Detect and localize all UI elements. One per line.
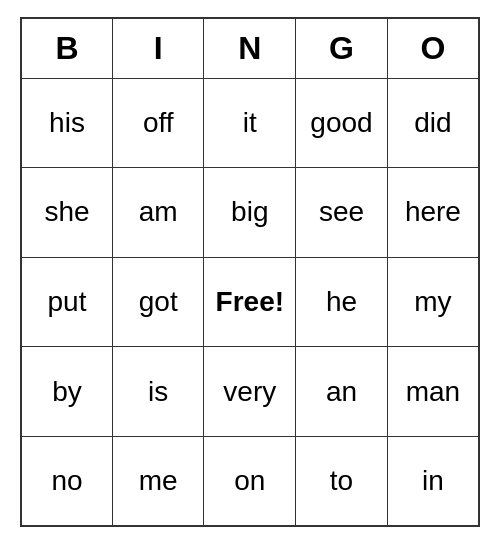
cell-r4-c2: on — [204, 436, 296, 526]
cell-r1-c4: here — [387, 168, 479, 258]
table-row: putgotFree!hemy — [21, 257, 479, 347]
cell-r3-c1: is — [113, 347, 204, 437]
header-cell-g: G — [296, 18, 388, 78]
cell-r0-c4: did — [387, 78, 479, 168]
cell-r1-c0: she — [21, 168, 113, 258]
cell-r4-c0: no — [21, 436, 113, 526]
cell-r1-c3: see — [296, 168, 388, 258]
table-row: nomeontoin — [21, 436, 479, 526]
cell-r2-c3: he — [296, 257, 388, 347]
header-cell-o: O — [387, 18, 479, 78]
cell-r0-c3: good — [296, 78, 388, 168]
cell-r3-c3: an — [296, 347, 388, 437]
cell-r3-c0: by — [21, 347, 113, 437]
cell-r0-c2: it — [204, 78, 296, 168]
cell-r1-c2: big — [204, 168, 296, 258]
cell-r4-c3: to — [296, 436, 388, 526]
cell-r2-c0: put — [21, 257, 113, 347]
bingo-card: BINGO hisoffitgooddidsheambigseehereputg… — [20, 17, 480, 527]
header-cell-b: B — [21, 18, 113, 78]
cell-r3-c2: very — [204, 347, 296, 437]
table-row: sheambigseehere — [21, 168, 479, 258]
cell-r0-c1: off — [113, 78, 204, 168]
cell-r4-c4: in — [387, 436, 479, 526]
header-row: BINGO — [21, 18, 479, 78]
table-row: byisveryanman — [21, 347, 479, 437]
cell-r0-c0: his — [21, 78, 113, 168]
header-cell-n: N — [204, 18, 296, 78]
cell-r2-c4: my — [387, 257, 479, 347]
header-cell-i: I — [113, 18, 204, 78]
table-row: hisoffitgooddid — [21, 78, 479, 168]
cell-r4-c1: me — [113, 436, 204, 526]
cell-r1-c1: am — [113, 168, 204, 258]
cell-r2-c1: got — [113, 257, 204, 347]
cell-r3-c4: man — [387, 347, 479, 437]
cell-r2-c2: Free! — [204, 257, 296, 347]
